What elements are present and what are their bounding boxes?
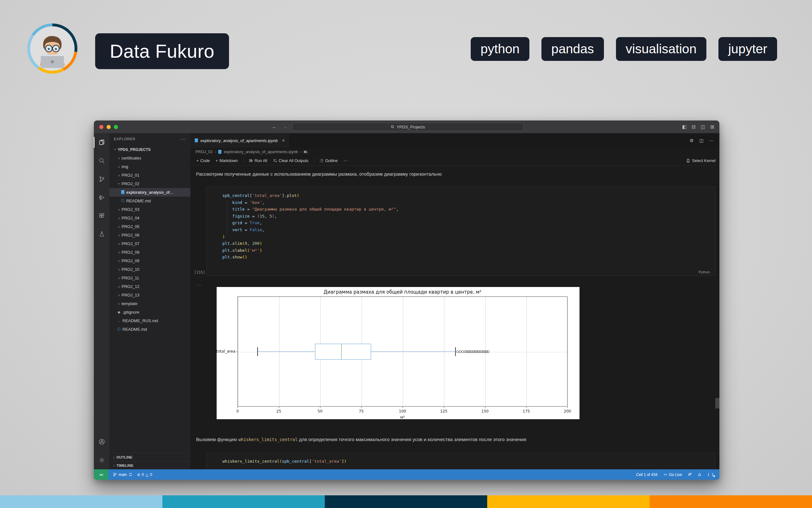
x-tick-label: 200 — [562, 409, 573, 414]
color-stripe — [0, 495, 162, 508]
outline-icon — [319, 159, 324, 163]
outlier-point — [461, 350, 464, 353]
feedback-icon[interactable] — [688, 472, 692, 477]
tree-item[interactable]: ◆.gitignore — [110, 308, 190, 316]
tree-item[interactable]: ›PROJ_01 — [110, 171, 190, 179]
code-cell-1[interactable]: spb_central['total_area'].plot( kind = '… — [206, 186, 715, 276]
tree-item[interactable]: ›PROJ_12 — [110, 282, 190, 291]
tree-item[interactable]: exploratory_analysis_of... — [110, 188, 190, 197]
brand-title: Data Fukuro — [95, 33, 229, 69]
warning-count: 0 — [150, 472, 152, 477]
tab-close-icon[interactable]: × — [282, 138, 285, 143]
tree-item[interactable]: ⓘREADME.md — [110, 197, 190, 205]
zoom-window-button[interactable] — [114, 125, 118, 129]
cell-indicator[interactable]: Cell 1 of 434 — [636, 472, 657, 477]
toggle-panel-icon[interactable]: ⊟ — [692, 124, 696, 130]
search-activity-icon[interactable] — [94, 152, 110, 170]
formatter-status-icon[interactable]: { } — [707, 472, 714, 477]
x-tick-label: 25 — [273, 409, 285, 414]
timeline-section[interactable]: ›TIMELINE — [110, 461, 190, 469]
tree-root-item[interactable]: ›YPDS_PROJECTS — [110, 145, 190, 154]
split-editor-icon[interactable]: ◫ — [699, 138, 703, 143]
tag-list: pythonpandasvisualisationjupyter — [471, 37, 777, 61]
editor-scrollbar[interactable] — [715, 398, 719, 409]
tree-item[interactable]: ›PROJ_05 — [110, 222, 190, 231]
tree-item[interactable]: ›PROJ_06 — [110, 231, 190, 240]
tab-more-icon[interactable]: ⋯ — [709, 138, 714, 143]
median-line — [341, 344, 342, 359]
breadcrumb: PROJ_02 › exploratory_analysis_of_apartm… — [190, 148, 719, 156]
go-live-button[interactable]: Go Live — [663, 472, 682, 477]
git-branch-item[interactable]: main — [113, 472, 132, 477]
markdown-cell-2[interactable]: Вызовем функцию whiskers_limits_central … — [196, 437, 526, 442]
tree-item[interactable]: ›PROJ_10 — [110, 265, 190, 274]
add-code-cell-button[interactable]: +Code — [194, 157, 212, 164]
x-tick-label: 125 — [438, 409, 449, 414]
breadcrumb-folder[interactable]: PROJ_02 — [195, 150, 212, 154]
source-control-activity-icon[interactable] — [94, 170, 110, 188]
toolbar-more-icon[interactable]: ⋯ — [341, 157, 350, 164]
plot-title: Диаграмма размаха для общей площади квар… — [238, 289, 567, 295]
tree-item[interactable]: ›PROJ_03 — [110, 205, 190, 214]
outline-section[interactable]: ›OUTLINE — [110, 453, 190, 461]
accounts-icon[interactable] — [94, 432, 110, 451]
extensions-activity-icon[interactable] — [94, 207, 110, 225]
tree-item[interactable]: ⓘREADME.md — [110, 325, 190, 334]
tree-item[interactable]: ↓README_RUS.md — [110, 316, 190, 325]
settings-gear-icon[interactable] — [94, 451, 110, 469]
select-kernel-button[interactable]: Select Kernel — [686, 159, 716, 163]
toggle-secondary-sidebar-icon[interactable]: ◫ — [701, 124, 705, 130]
branch-name: main — [119, 472, 127, 477]
code-cell-2[interactable]: whiskers_limits_central(spb_central['tot… — [206, 453, 715, 469]
markdown-cell-1[interactable]: Рассмотрим полученные данные с использов… — [196, 171, 442, 177]
layout-controls: ◧ ⊟ ◫ ⊞ — [682, 124, 714, 130]
kernel-icon — [686, 159, 690, 163]
plot-gridline — [527, 297, 527, 406]
breadcrumb-file[interactable]: exploratory_analysis_of_apartments.ipynb — [224, 150, 298, 154]
explorer-more-icon[interactable]: ··· — [180, 136, 186, 141]
whisker-high-line — [371, 351, 455, 352]
warnings-icon: △ — [146, 472, 149, 477]
remote-indicator[interactable]: >< — [94, 469, 109, 480]
tree-item[interactable]: ›PROJ_11 — [110, 274, 190, 282]
explorer-activity-icon[interactable] — [94, 133, 110, 152]
outline-button[interactable]: Outline — [317, 157, 340, 164]
chevron-right-icon: › — [116, 224, 121, 229]
tree-item[interactable]: ›PROJ_08 — [110, 248, 190, 257]
tree-item[interactable]: ›template — [110, 299, 190, 308]
chevron-right-icon: › — [116, 216, 121, 220]
run-all-button[interactable]: Run All — [247, 157, 270, 164]
x-tick-mark — [567, 407, 568, 408]
tree-item[interactable]: ›PROJ_07 — [110, 240, 190, 248]
breadcrumb-cell-type[interactable]: M↓ — [304, 150, 309, 154]
x-tick-mark — [444, 407, 444, 408]
command-center-search[interactable]: YPDS_Projects — [292, 123, 524, 131]
code-editor-1[interactable]: spb_central['total_area'].plot( kind = '… — [222, 193, 399, 262]
tree-item[interactable]: ›PROJ_04 — [110, 214, 190, 222]
tree-item[interactable]: ›certificates — [110, 154, 190, 162]
clear-all-outputs-button[interactable]: Clear All Outputs — [271, 157, 311, 164]
plot-hgridline — [238, 352, 567, 352]
tag: pandas — [541, 37, 604, 61]
cell-language-label[interactable]: Python — [698, 270, 710, 274]
code-editor-2[interactable]: whiskers_limits_central(spb_central['tot… — [222, 459, 347, 466]
tree-item[interactable]: ›img — [110, 162, 190, 171]
tab-gear-icon[interactable]: ⚙ — [690, 138, 694, 143]
tree-item[interactable]: ›PROJ_13 — [110, 291, 190, 299]
testing-activity-icon[interactable] — [94, 225, 110, 244]
tree-item[interactable]: ›PROJ_09 — [110, 257, 190, 265]
close-window-button[interactable] — [99, 125, 104, 129]
output-menu-icon[interactable]: ··· — [196, 282, 201, 287]
notebook-toolbar: +Code +Markdown Run All Clear All Output… — [190, 156, 719, 166]
add-markdown-cell-button[interactable]: +Markdown — [213, 157, 240, 164]
minimize-window-button[interactable] — [107, 125, 111, 129]
notebook-tab[interactable]: exploratory_analysis_of_apartments.ipynb… — [190, 133, 290, 148]
forward-arrow-icon[interactable]: → — [283, 124, 288, 130]
tree-item[interactable]: ›PROJ_02 — [110, 179, 190, 188]
customize-layout-icon[interactable]: ⊞ — [710, 124, 714, 130]
back-arrow-icon[interactable]: ← — [272, 124, 277, 130]
toggle-sidebar-icon[interactable]: ◧ — [682, 124, 686, 130]
notifications-bell-icon[interactable] — [697, 472, 702, 477]
problems-item[interactable]: ⊘0 △0 — [137, 472, 152, 477]
run-debug-activity-icon[interactable] — [94, 188, 110, 207]
